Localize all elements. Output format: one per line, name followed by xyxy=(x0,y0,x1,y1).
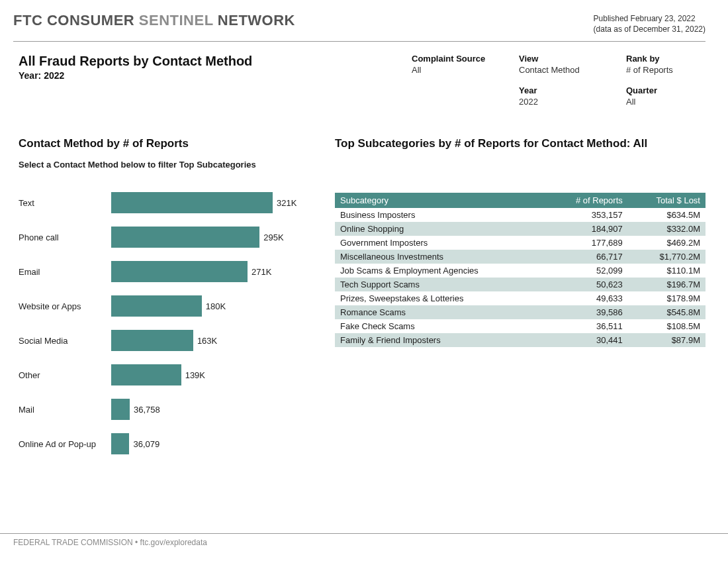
table-row[interactable]: Prizes, Sweepstakes & Lotteries49,633$17… xyxy=(335,291,705,305)
cell-total-lost: $110.1M xyxy=(628,264,705,278)
cell-reports: 66,717 xyxy=(546,250,627,264)
table-row[interactable]: Romance Scams39,586$545.8M xyxy=(335,305,705,319)
cell-subcategory: Prizes, Sweepstakes & Lotteries xyxy=(335,291,546,305)
cell-reports: 50,623 xyxy=(546,278,627,291)
bar-value: 271K xyxy=(251,267,271,277)
bar-track: 295K xyxy=(111,227,310,248)
bar-value: 180K xyxy=(206,301,226,311)
bar-track: 139K xyxy=(111,364,310,385)
cell-reports: 353,157 xyxy=(546,208,627,222)
brand-title: FTC CONSUMER SENTINEL NETWORK xyxy=(13,12,295,29)
published-line: Published February 23, 2022 xyxy=(594,13,705,24)
table-row[interactable]: Online Shopping184,907$332.0M xyxy=(335,222,705,236)
filter-value: 2022 xyxy=(519,97,618,107)
bar-fill xyxy=(111,330,193,351)
bar-fill xyxy=(111,364,181,385)
filter-year[interactable]: Year 2022 xyxy=(519,85,618,107)
table-row[interactable]: Family & Friend Imposters30,441$87.9M xyxy=(335,333,705,347)
table-row[interactable]: Fake Check Scams36,511$108.5M xyxy=(335,319,705,333)
filter-label: Quarter xyxy=(626,85,705,95)
filter-value: All xyxy=(626,97,705,107)
filter-value: All xyxy=(412,65,511,75)
bar-category: Email xyxy=(19,267,111,277)
cell-total-lost: $1,770.2M xyxy=(628,250,705,264)
bar-track: 321K xyxy=(111,192,310,213)
bar-row[interactable]: Website or Apps180K xyxy=(19,289,310,323)
cell-reports: 36,511 xyxy=(546,319,627,333)
bar-fill xyxy=(111,295,202,317)
bar-track: 180K xyxy=(111,295,310,317)
table-title: Top Subcategories by # of Reports for Co… xyxy=(335,137,705,150)
bar-row[interactable]: Phone call295K xyxy=(19,220,310,254)
filter-rank-by[interactable]: Rank by # of Reports xyxy=(626,54,705,75)
bar-row[interactable]: Other139K xyxy=(19,358,310,392)
as-of-line: (data as of December 31, 2022) xyxy=(594,24,705,34)
subcategory-table: Subcategory # of Reports Total $ Lost Bu… xyxy=(335,193,705,347)
bar-fill xyxy=(111,261,248,282)
cell-reports: 184,907 xyxy=(546,222,627,236)
left-panel: Contact Method by # of Reports Select a … xyxy=(19,137,310,461)
bar-track: 271K xyxy=(111,261,310,282)
cell-subcategory: Online Shopping xyxy=(335,222,546,236)
bar-row[interactable]: Social Media163K xyxy=(19,323,310,358)
cell-subcategory: Business Imposters xyxy=(335,208,546,222)
cell-total-lost: $87.9M xyxy=(628,333,705,347)
filter-complaint-source[interactable]: Complaint Source All xyxy=(412,54,511,75)
page-title: All Fraud Reports by Contact Method xyxy=(19,54,252,69)
table-row[interactable]: Miscellaneous Investments66,717$1,770.2M xyxy=(335,250,705,264)
filter-label: Complaint Source xyxy=(412,54,511,64)
bar-fill xyxy=(111,227,259,248)
bar-row[interactable]: Text321K xyxy=(19,185,310,220)
bar-fill xyxy=(111,192,273,213)
brand-suffix: NETWORK xyxy=(213,12,295,28)
bar-value: 139K xyxy=(185,370,205,380)
cell-total-lost: $634.5M xyxy=(628,208,705,222)
filter-value: Contact Method xyxy=(519,65,618,75)
cell-reports: 177,689 xyxy=(546,236,627,250)
filter-label: Year xyxy=(519,85,618,95)
bar-value: 321K xyxy=(277,198,296,208)
cell-reports: 52,099 xyxy=(546,264,627,278)
table-row[interactable]: Business Imposters353,157$634.5M xyxy=(335,208,705,222)
cell-subcategory: Fake Check Scams xyxy=(335,319,546,333)
brand-mid: SENTINEL xyxy=(139,12,213,28)
filter-view[interactable]: View Contact Method xyxy=(519,54,618,75)
table-header-row: Subcategory # of Reports Total $ Lost xyxy=(335,193,705,208)
cell-subcategory: Government Imposters xyxy=(335,236,546,250)
cell-total-lost: $469.2M xyxy=(628,236,705,250)
bar-row[interactable]: Online Ad or Pop-up36,079 xyxy=(19,427,310,461)
col-total-lost: Total $ Lost xyxy=(628,193,705,208)
bar-chart: Text321KPhone call295KEmail271KWebsite o… xyxy=(19,185,310,461)
bar-category: Online Ad or Pop-up xyxy=(19,439,111,449)
cell-total-lost: $545.8M xyxy=(628,305,705,319)
bar-track: 36,758 xyxy=(111,399,310,420)
filter-value: # of Reports xyxy=(626,65,705,75)
bar-category: Website or Apps xyxy=(19,301,111,311)
footer-text: FEDERAL TRADE COMMISSION • ftc.gov/explo… xyxy=(13,538,207,547)
bar-track: 163K xyxy=(111,330,310,351)
cell-subcategory: Miscellaneous Investments xyxy=(335,250,546,264)
filter-label: View xyxy=(519,54,618,64)
cell-subcategory: Family & Friend Imposters xyxy=(335,333,546,347)
bar-category: Mail xyxy=(19,405,111,415)
table-row[interactable]: Job Scams & Employment Agencies52,099$11… xyxy=(335,264,705,278)
page-year: Year: 2022 xyxy=(19,70,252,81)
bar-row[interactable]: Email271K xyxy=(19,254,310,289)
bar-fill xyxy=(111,433,129,454)
publish-info: Published February 23, 2022 (data as of … xyxy=(594,12,705,34)
table-row[interactable]: Tech Support Scams50,623$196.7M xyxy=(335,278,705,291)
bar-row[interactable]: Mail36,758 xyxy=(19,392,310,427)
bar-category: Text xyxy=(19,198,111,208)
cell-total-lost: $196.7M xyxy=(628,278,705,291)
filter-quarter[interactable]: Quarter All xyxy=(626,85,705,107)
cell-reports: 30,441 xyxy=(546,333,627,347)
cell-total-lost: $108.5M xyxy=(628,319,705,333)
bar-category: Other xyxy=(19,370,111,380)
bar-fill xyxy=(111,399,130,420)
cell-total-lost: $332.0M xyxy=(628,222,705,236)
title-block: All Fraud Reports by Contact Method Year… xyxy=(19,54,252,107)
col-subcategory: Subcategory xyxy=(335,193,546,208)
table-row[interactable]: Government Imposters177,689$469.2M xyxy=(335,236,705,250)
header: FTC CONSUMER SENTINEL NETWORK Published … xyxy=(13,12,705,42)
cell-total-lost: $178.9M xyxy=(628,291,705,305)
